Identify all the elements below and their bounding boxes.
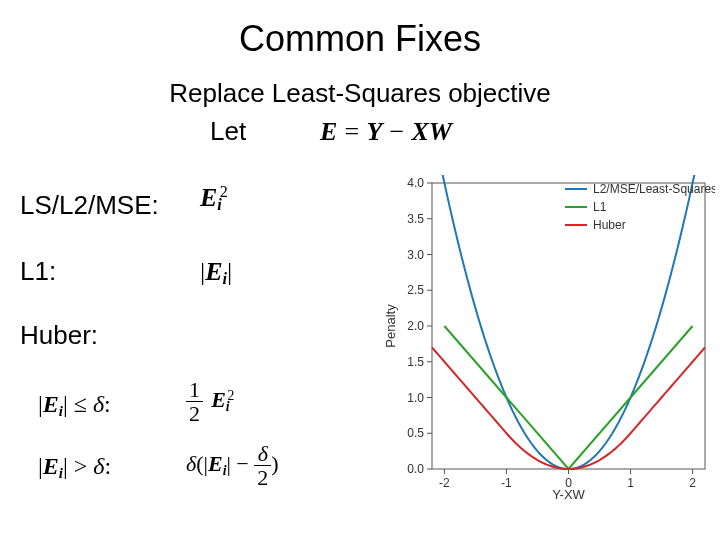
let-word: Let	[210, 116, 246, 147]
equation-l1: |Ei|	[200, 256, 232, 288]
penalty-comparison-chart: -2-10120.00.51.01.52.02.53.03.54.0Y-XWPe…	[380, 175, 715, 505]
equation-let: E = Y − XW	[320, 116, 452, 147]
svg-text:Huber: Huber	[593, 218, 626, 232]
svg-text:2.0: 2.0	[407, 319, 424, 333]
svg-text:2.5: 2.5	[407, 283, 424, 297]
svg-text:Penalty: Penalty	[383, 304, 398, 348]
slide-subtitle: Replace Least-Squares objective	[0, 78, 720, 109]
svg-text:1: 1	[627, 476, 634, 490]
svg-text:Y-XW: Y-XW	[552, 487, 585, 502]
svg-text:3.5: 3.5	[407, 212, 424, 226]
svg-text:-1: -1	[501, 476, 512, 490]
label-l1: L1:	[20, 256, 56, 287]
svg-text:3.0: 3.0	[407, 248, 424, 262]
slide-title: Common Fixes	[0, 18, 720, 60]
svg-text:1.0: 1.0	[407, 391, 424, 405]
equation-ls: Ei2	[200, 182, 228, 214]
slide-root: Common Fixes Replace Least-Squares objec…	[0, 0, 720, 540]
svg-text:1.5: 1.5	[407, 355, 424, 369]
svg-text:0.0: 0.0	[407, 462, 424, 476]
svg-text:L2/MSE/Least-Squares: L2/MSE/Least-Squares	[593, 182, 715, 196]
label-huber: Huber:	[20, 320, 98, 351]
label-ls-l2-mse: LS/L2/MSE:	[20, 190, 159, 221]
huber-equation-1: 12 Ei2	[186, 378, 234, 425]
svg-text:0.5: 0.5	[407, 426, 424, 440]
huber-condition-2: |Ei| > δ:	[38, 452, 111, 482]
svg-text:L1: L1	[593, 200, 607, 214]
huber-equation-2: δ(|Ei| − δ2)	[186, 442, 279, 489]
svg-text:-2: -2	[439, 476, 450, 490]
svg-text:4.0: 4.0	[407, 176, 424, 190]
svg-text:2: 2	[689, 476, 696, 490]
huber-condition-1: |Ei| ≤ δ:	[38, 390, 111, 420]
